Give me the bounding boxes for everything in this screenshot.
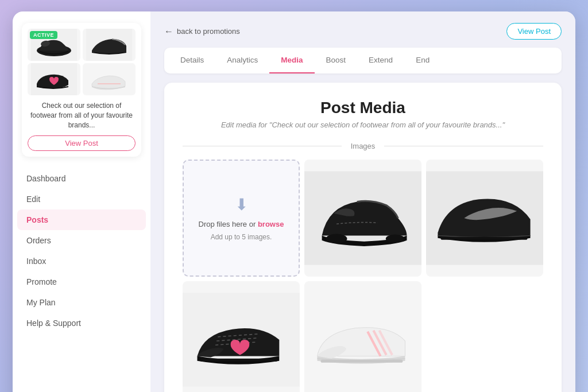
post-card-img-2 (83, 29, 136, 61)
sidebar-item-my-plan[interactable]: My Plan (17, 292, 146, 313)
main-content: ← back to promotions View Post Details A… (150, 11, 575, 392)
drop-text: Drop files here or browse (199, 219, 284, 230)
tab-bar: Details Analytics Media Boost Extend End (164, 48, 562, 73)
active-badge: ACTIVE (30, 31, 57, 39)
sidebar-item-edit[interactable]: Edit (17, 189, 146, 209)
image-cell-2[interactable] (426, 160, 543, 277)
svg-rect-18 (321, 360, 403, 363)
back-link-text: back to promotions (177, 27, 240, 36)
back-link[interactable]: ← back to promotions (164, 26, 240, 37)
tab-boost[interactable]: Boost (315, 48, 358, 73)
section-line-right (384, 146, 543, 146)
tab-media[interactable]: Media (269, 48, 314, 73)
tab-details[interactable]: Details (169, 48, 215, 73)
sidebar-item-posts[interactable]: Posts (17, 209, 146, 230)
sidebar-item-dashboard[interactable]: Dashboard (17, 168, 146, 189)
svg-point-8 (326, 234, 347, 243)
post-card-images: ACTIVE (28, 29, 136, 95)
back-arrow-icon: ← (164, 26, 173, 37)
post-card-title: Check out our selection of footwear from… (28, 101, 136, 130)
browse-link[interactable]: browse (258, 220, 284, 228)
app-window: ACTIVE (13, 11, 575, 392)
sidebar-view-post-button[interactable]: View Post (28, 135, 136, 151)
panel-title: Post Media (183, 99, 543, 117)
panel-subtitle: Edit media for "Check out our selection … (183, 121, 543, 129)
drop-sub-text: Add up to 5 images. (211, 233, 272, 241)
content-panel: Post Media Edit media for "Check out our… (164, 83, 562, 392)
svg-point-9 (386, 235, 405, 243)
svg-rect-13 (200, 359, 278, 362)
tab-extend[interactable]: Extend (357, 48, 404, 73)
sidebar-item-inbox[interactable]: Inbox (17, 251, 146, 271)
sidebar-nav: Dashboard Edit Posts Orders Inbox Promot… (13, 168, 150, 333)
sidebar-item-help-support[interactable]: Help & Support (17, 313, 146, 333)
drop-arrow-icon: ⬇ (235, 195, 248, 214)
post-card-img-3 (28, 63, 80, 95)
sidebar-item-orders[interactable]: Orders (17, 230, 146, 251)
sidebar-item-promote[interactable]: Promote (17, 271, 146, 292)
section-label-row: Images (183, 142, 543, 150)
tab-end[interactable]: End (404, 48, 441, 73)
top-bar: ← back to promotions View Post (164, 23, 562, 40)
section-label: Images (342, 142, 385, 150)
image-cell-3[interactable] (183, 281, 300, 392)
post-card: ACTIVE (22, 23, 141, 157)
section-line-left (183, 146, 342, 146)
drop-zone[interactable]: ⬇ Drop files here or browse Add up to 5 … (183, 160, 300, 277)
image-cell-4[interactable] (304, 281, 421, 392)
image-cell-1[interactable] (304, 160, 421, 277)
top-view-post-button[interactable]: View Post (506, 23, 562, 40)
images-grid: ⬇ Drop files here or browse Add up to 5 … (183, 160, 543, 392)
tab-analytics[interactable]: Analytics (215, 48, 269, 73)
sidebar: ACTIVE (13, 11, 150, 392)
post-card-img-4 (83, 63, 136, 95)
svg-rect-11 (441, 237, 528, 240)
